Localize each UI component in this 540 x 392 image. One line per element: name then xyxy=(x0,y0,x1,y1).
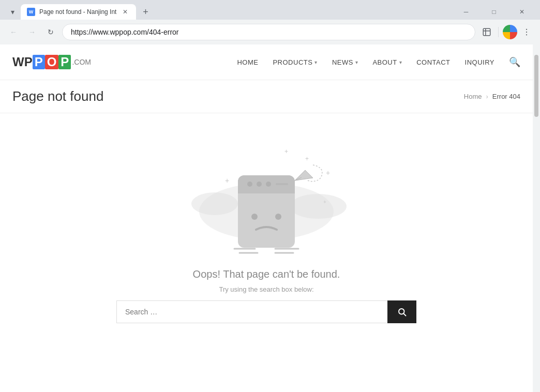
svg-text:+: + xyxy=(305,155,309,162)
svg-text:+: + xyxy=(284,148,288,155)
error-illustration: + + + + + xyxy=(0,113,533,263)
try-message: Try using the search box below: xyxy=(219,285,313,293)
close-button[interactable]: ✕ xyxy=(510,4,534,20)
toolbar-icons xyxy=(479,25,534,39)
svg-point-4 xyxy=(191,192,238,215)
svg-point-5 xyxy=(290,194,347,219)
breadcrumb-current: Error 404 xyxy=(492,93,520,100)
svg-point-13 xyxy=(251,214,258,220)
svg-rect-8 xyxy=(238,185,295,193)
search-button[interactable] xyxy=(387,300,416,323)
toolbar-divider xyxy=(498,27,499,37)
svg-point-1 xyxy=(526,32,527,33)
site-nav: HOME PRODUCTS ▾ NEWS ▾ ABOUT ▾ CONTACT xyxy=(237,56,520,68)
svg-text:+: + xyxy=(326,169,330,177)
minimize-button[interactable]: ─ xyxy=(454,4,478,20)
browser-content-wrapper: WPPOP.COM HOME PRODUCTS ▾ NEWS ▾ ABOUT ▾ xyxy=(0,44,540,392)
browser-chrome: ▾ W Page not found - Nanjing Int ✕ + ─ □… xyxy=(0,0,540,44)
scrollbar[interactable] xyxy=(533,44,540,392)
site-logo[interactable]: WPPOP.COM xyxy=(12,55,91,69)
tab-favicon: W xyxy=(27,8,35,16)
site-header: WPPOP.COM HOME PRODUCTS ▾ NEWS ▾ ABOUT ▾ xyxy=(0,44,533,80)
svg-line-27 xyxy=(403,313,406,315)
svg-point-9 xyxy=(247,182,252,187)
window-controls: ─ □ ✕ xyxy=(454,4,534,20)
active-tab[interactable]: W Page not found - Nanjing Int ✕ xyxy=(21,4,136,20)
svg-text:+: + xyxy=(323,199,326,205)
new-tab-button[interactable]: + xyxy=(138,5,153,19)
profile-icon[interactable] xyxy=(503,25,517,39)
menu-icon[interactable] xyxy=(519,25,534,39)
tab-title-text: Page not found - Nanjing Int xyxy=(39,8,116,16)
tab-close-button[interactable]: ✕ xyxy=(121,7,130,17)
nav-products[interactable]: PRODUCTS ▾ xyxy=(273,58,317,66)
svg-point-2 xyxy=(526,34,527,35)
title-bar: ▾ W Page not found - Nanjing Int ✕ + ─ □… xyxy=(0,0,540,20)
refresh-button[interactable]: ↻ xyxy=(43,25,58,39)
tab-list-button[interactable]: ▾ xyxy=(6,6,19,18)
breadcrumb-home[interactable]: Home xyxy=(464,93,482,100)
address-bar-row: ← → ↻ xyxy=(0,20,540,44)
logo-wp: WP xyxy=(12,55,33,69)
products-chevron: ▾ xyxy=(314,59,318,65)
nav-inquiry[interactable]: INQUIRY xyxy=(465,58,494,66)
svg-point-14 xyxy=(275,214,281,220)
error-text-area: Oops! That page can't be found. Try usin… xyxy=(0,263,533,331)
search-box-row xyxy=(116,300,416,323)
restore-button[interactable]: □ xyxy=(482,4,506,20)
svg-point-11 xyxy=(266,182,271,187)
svg-text:+: + xyxy=(225,176,229,185)
page-title: Page not found xyxy=(12,88,103,104)
error-svg: + + + + + xyxy=(173,124,359,258)
extensions-icon[interactable] xyxy=(479,25,494,39)
search-input[interactable] xyxy=(116,300,387,323)
forward-button[interactable]: → xyxy=(25,25,39,39)
about-chevron: ▾ xyxy=(399,59,402,65)
breadcrumb-bar: Page not found Home › Error 404 xyxy=(0,80,533,113)
breadcrumb-separator: › xyxy=(486,93,488,100)
nav-contact[interactable]: CONTACT xyxy=(416,58,450,66)
svg-marker-19 xyxy=(295,170,313,180)
nav-home[interactable]: HOME xyxy=(237,58,258,66)
tab-bar: ▾ W Page not found - Nanjing Int ✕ + xyxy=(6,4,153,20)
address-input[interactable] xyxy=(62,24,475,40)
oops-message: Oops! That page can't be found. xyxy=(193,268,340,280)
page-content: WPPOP.COM HOME PRODUCTS ▾ NEWS ▾ ABOUT ▾ xyxy=(0,44,533,392)
svg-point-0 xyxy=(526,29,527,30)
scrollbar-thumb[interactable] xyxy=(534,55,538,117)
nav-news[interactable]: NEWS ▾ xyxy=(332,58,358,66)
news-chevron: ▾ xyxy=(355,59,358,65)
logo-o: O xyxy=(45,55,59,69)
breadcrumb: Home › Error 404 xyxy=(464,93,520,100)
logo-com: .COM xyxy=(72,58,91,66)
svg-point-10 xyxy=(257,182,262,187)
logo-pp: P xyxy=(58,55,71,69)
logo-p: P xyxy=(33,55,45,69)
nav-about[interactable]: ABOUT ▾ xyxy=(372,58,402,66)
back-button[interactable]: ← xyxy=(6,25,21,39)
nav-search-icon[interactable]: 🔍 xyxy=(509,56,520,68)
